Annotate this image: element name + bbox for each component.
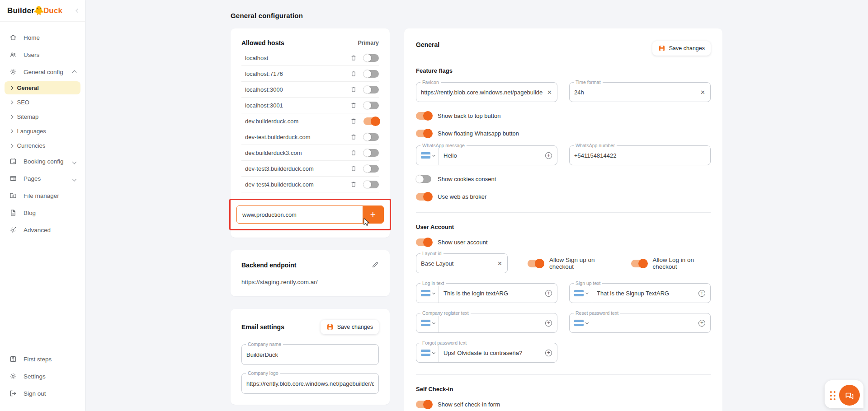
sidebar-subitem-sitemap[interactable]: Sitemap (5, 110, 80, 123)
whatsapp-number-input[interactable] (570, 152, 710, 159)
sidebar-item-home[interactable]: Home (5, 30, 80, 45)
users-icon (9, 51, 17, 59)
forgot-password-text-input[interactable] (439, 350, 545, 356)
layout-id-input[interactable] (416, 260, 497, 267)
clear-x-icon[interactable]: ✕ (700, 89, 705, 96)
host-name: localhost (245, 55, 350, 61)
sidebar-subitem-label: Languages (17, 128, 46, 135)
whatsapp-message-label: WhatsApp message (420, 143, 467, 148)
trash-icon[interactable] (350, 54, 357, 61)
sidebar-item-pages[interactable]: Pages (5, 171, 80, 186)
new-host-input[interactable] (237, 206, 363, 223)
language-flag-select[interactable] (416, 313, 439, 332)
show-user-account-toggle[interactable] (416, 238, 431, 246)
sign-up-text-field: Sign up text + (569, 283, 711, 303)
sign-up-text-input[interactable] (592, 290, 698, 297)
whatsapp-number-field: WhatsApp number (569, 145, 711, 165)
primary-toggle[interactable] (363, 149, 379, 157)
show-back-to-top-toggle[interactable] (416, 112, 431, 120)
trash-icon[interactable] (350, 149, 357, 156)
sidebar-item-general-config[interactable]: General config (5, 64, 80, 79)
show-self-checkin-toggle[interactable] (416, 401, 431, 408)
sidebar-item-booking-config[interactable]: Booking config (5, 154, 80, 169)
sidebar-subitem-currencies[interactable]: Currencies (5, 139, 80, 152)
primary-toggle[interactable] (363, 54, 379, 62)
trash-icon[interactable] (350, 102, 357, 109)
primary-toggle[interactable] (363, 133, 379, 141)
whatsapp-message-input[interactable] (439, 152, 545, 159)
host-row: localhost:7176 (241, 66, 379, 82)
clear-x-icon[interactable]: ✕ (497, 260, 502, 267)
primary-toggle[interactable] (363, 117, 379, 125)
trash-icon[interactable] (350, 133, 357, 140)
trash-icon[interactable] (350, 181, 357, 188)
email-save-changes-button[interactable]: Save changes (321, 320, 379, 334)
edit-pencil-icon[interactable] (371, 261, 379, 269)
reset-password-text-label: Reset password text (574, 310, 620, 316)
sidebar-item-label: Home (24, 34, 40, 41)
language-flag-select[interactable] (416, 146, 439, 165)
log-in-text-field: Log in text + (416, 283, 557, 303)
sidebar-item-users[interactable]: Users (5, 47, 80, 62)
sidebar-subitem-languages[interactable]: Languages (5, 125, 80, 138)
sidebar-item-first-steps[interactable]: First steps (5, 351, 80, 367)
sidebar-item-blog[interactable]: Blog (5, 205, 80, 220)
reset-password-text-input[interactable] (592, 320, 698, 327)
add-translation-icon[interactable]: + (698, 320, 705, 327)
toggle-label: Use web as broker (438, 193, 486, 200)
company-register-text-input[interactable] (439, 320, 545, 327)
trash-icon[interactable] (350, 86, 357, 93)
sidebar-subitem-label: General (17, 84, 39, 91)
show-cookies-consent-toggle[interactable] (416, 175, 431, 183)
host-name: dev.builderduck.com (245, 118, 350, 125)
trash-icon[interactable] (350, 165, 357, 172)
use-web-as-broker-toggle[interactable] (416, 193, 431, 201)
allow-log-in-toggle[interactable] (631, 260, 646, 267)
primary-toggle[interactable] (363, 181, 379, 188)
log-in-text-input[interactable] (439, 290, 545, 297)
sidebar-item-file-manager[interactable]: File manager (5, 188, 80, 203)
general-save-changes-button[interactable]: Save changes (652, 41, 711, 56)
clear-x-icon[interactable]: ✕ (547, 89, 552, 96)
trash-icon[interactable] (350, 117, 357, 125)
sidebar-collapse-button[interactable] (76, 9, 80, 12)
host-row: dev-test4.builderduck.com (241, 177, 379, 192)
company-name-input[interactable] (242, 351, 378, 358)
primary-toggle[interactable] (363, 102, 379, 109)
add-translation-icon[interactable]: + (545, 152, 552, 159)
chat-button[interactable] (839, 385, 860, 406)
favicon-input[interactable] (416, 89, 547, 96)
language-flag-select[interactable] (416, 284, 439, 303)
host-name: dev-test4.builderduck.com (245, 181, 350, 188)
sidebar-subitem-general[interactable]: General (5, 81, 80, 94)
allow-sign-up-toggle[interactable] (528, 260, 543, 267)
add-translation-icon[interactable]: + (698, 290, 705, 297)
layout-id-field: Layout id ✕ (416, 253, 508, 273)
drag-dots-icon[interactable] (830, 391, 835, 400)
sidebar-subitem-seo[interactable]: SEO (5, 96, 80, 109)
time-format-input[interactable] (570, 89, 700, 96)
forgot-password-text-label: Forgot password text (420, 340, 468, 346)
save-icon (658, 45, 665, 52)
primary-toggle[interactable] (363, 165, 379, 173)
company-logo-input[interactable] (242, 380, 378, 387)
show-floating-whatsapp-toggle[interactable] (416, 130, 431, 137)
language-flag-select[interactable] (570, 284, 592, 303)
add-translation-icon[interactable]: + (545, 350, 552, 356)
sidebar-item-settings[interactable]: Settings (5, 369, 80, 384)
email-settings-card: Email settings Save changes Company name… (231, 309, 390, 405)
primary-toggle[interactable] (363, 86, 379, 93)
primary-toggle[interactable] (363, 70, 379, 78)
chevron-right-icon (9, 130, 13, 133)
language-flag-select[interactable] (416, 343, 439, 362)
add-translation-icon[interactable]: + (545, 290, 552, 297)
sidebar-item-sign-out[interactable]: Sign out (5, 386, 80, 401)
sidebar-item-advanced[interactable]: Advanced (5, 222, 80, 238)
language-flag-select[interactable] (570, 313, 592, 332)
sidebar-item-label: Blog (24, 210, 36, 216)
add-translation-icon[interactable]: + (545, 320, 552, 327)
trash-icon[interactable] (350, 70, 357, 77)
primary-column-header: Primary (358, 40, 379, 46)
login-checkout-toggle-row: Allow Log in on checkout (631, 257, 711, 270)
sidebar-subitem-label: Currencies (17, 142, 46, 149)
